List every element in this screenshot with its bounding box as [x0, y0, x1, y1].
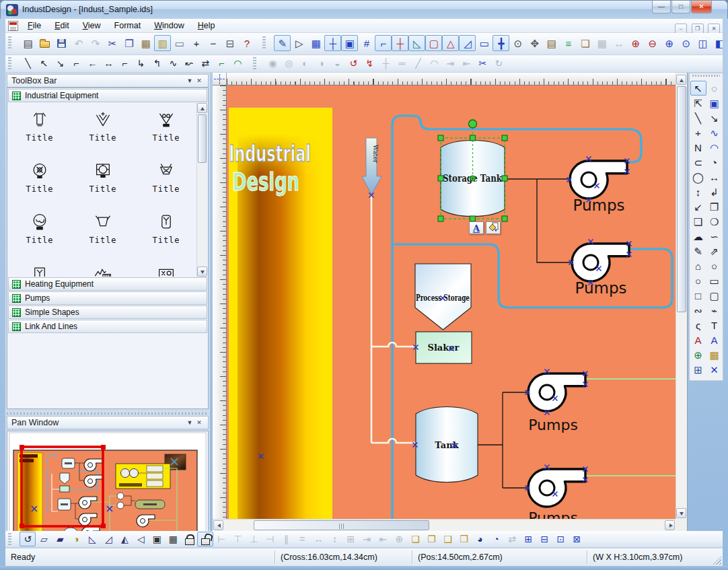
ruler-corner[interactable] [213, 73, 227, 85]
shape-conveyor[interactable] [71, 256, 135, 277]
node-curve-tool[interactable]: ⌁ [706, 303, 723, 318]
callout-rect-tool[interactable]: ❏ [690, 214, 706, 229]
split-connector-button[interactable]: ✂ [474, 56, 490, 71]
pencil-tool[interactable]: ✎ [690, 244, 706, 258]
slaker-shape[interactable]: Slaker [414, 332, 472, 363]
new-document-button[interactable]: ▤ [20, 35, 36, 51]
rectangle-tool[interactable]: ▭ [706, 273, 723, 288]
paste-button[interactable]: ▦ [137, 35, 154, 51]
rotate-free-button[interactable]: ↺ [20, 532, 36, 546]
zigzag-arrow-tool[interactable]: ⇗ [706, 244, 723, 258]
smart-connector-tool[interactable]: ⌐ [213, 56, 229, 71]
shape-control-box[interactable] [135, 256, 198, 277]
save-button[interactable] [53, 35, 70, 51]
font-format-button[interactable]: A [469, 221, 484, 234]
handles-toggle-button[interactable]: ▣ [341, 35, 358, 51]
shape-converter[interactable]: Title [8, 103, 71, 154]
shape-fragment-button[interactable]: ◒ [329, 56, 345, 71]
menu-help[interactable]: Help [192, 19, 221, 33]
angle-line-tool[interactable]: ↙ [690, 199, 706, 214]
scroll-down-icon[interactable] [197, 266, 207, 277]
lock-button[interactable] [181, 532, 197, 546]
menu-view[interactable]: View [77, 19, 107, 33]
toolbar-grip[interactable] [262, 36, 266, 50]
align-right-button[interactable]: ⊣ [262, 532, 278, 546]
freehand-tool[interactable]: ∽ [706, 229, 723, 244]
smart-curve-tool[interactable]: ◠ [229, 56, 246, 71]
cut-button[interactable]: ✂ [104, 35, 120, 51]
align-center-v-button[interactable]: = [294, 532, 310, 546]
wordart-tool[interactable]: A [706, 332, 723, 347]
expand-v-button[interactable]: ⊟ [536, 532, 552, 546]
dimension-v-tool[interactable]: ↕ [690, 184, 706, 199]
toolbox-group-header[interactable]: Simple Shapes [8, 306, 207, 319]
arc-tool[interactable]: ◠ [706, 140, 723, 155]
pan-window-header[interactable]: Pan Window ▼ ✕ [7, 416, 209, 429]
toolbox-group-industrial-equipment[interactable]: Industrial Equipment [8, 89, 207, 102]
menu-file[interactable]: File [22, 19, 47, 33]
flip-h-button[interactable]: ◭ [116, 532, 133, 546]
insert-table-tool[interactable]: ⊞ [690, 362, 706, 377]
menu-format[interactable]: Format [108, 19, 147, 33]
hyperlink-tool[interactable]: ⊕ [690, 347, 706, 362]
mdi-minimize-button[interactable]: ‒ [675, 24, 687, 34]
scroll-right-icon[interactable] [665, 520, 675, 530]
maximize-button[interactable]: □ [671, 1, 690, 13]
line-tool[interactable]: ╲ [690, 110, 706, 125]
select-tool[interactable]: ↖ [690, 81, 706, 96]
insert-image-tool[interactable]: ▦ [706, 347, 723, 362]
snap-guides-button[interactable]: ┼ [392, 35, 408, 51]
fill-format-button[interactable] [486, 221, 501, 234]
ellipse-arc-tool[interactable]: ◯ [690, 170, 706, 184]
curve-segment-button[interactable]: ◠ [426, 56, 442, 71]
zoom-decrease-button[interactable]: − [205, 35, 221, 51]
toolbar-grip[interactable] [253, 57, 256, 71]
bring-front-button[interactable]: ❏ [407, 532, 423, 546]
elbow-arrow-up-tool[interactable]: ↰ [149, 56, 165, 71]
text-tool[interactable]: T [706, 318, 723, 332]
shape-subtract-button[interactable]: ◑ [313, 56, 329, 71]
delete-tool[interactable]: ✕ [706, 362, 723, 377]
page-frame-button[interactable]: ▭ [476, 35, 493, 51]
line-connector-arrow-both-tool[interactable]: ↘ [52, 56, 68, 71]
properties-button[interactable]: ▤ [543, 35, 560, 51]
same-size-button[interactable]: ⊞ [342, 532, 359, 546]
send-back-button[interactable]: ❐ [423, 532, 439, 546]
add-node-button[interactable]: ┼ [377, 56, 394, 71]
flip-v-button[interactable]: ◁ [133, 532, 149, 546]
format-painter-button[interactable]: ❏ [577, 35, 593, 51]
curve-connector-tool[interactable]: ∿ [165, 56, 181, 71]
node-space-v-button[interactable]: ⇤ [458, 56, 474, 71]
shape-scrubber[interactable]: Title [8, 205, 71, 256]
flip-axis-button[interactable]: ◑ [68, 532, 84, 546]
arc-chord-tool[interactable]: ⊂ [690, 155, 706, 170]
redo-button[interactable]: ↷ [87, 35, 104, 51]
distribute-button[interactable]: ↔ [610, 35, 627, 51]
oval-tool[interactable]: ○ [706, 258, 723, 273]
snap-handles-button[interactable]: ◿ [459, 35, 476, 51]
shape-agitator-tank[interactable]: Title [135, 205, 198, 256]
send-backward-button[interactable]: ❒ [456, 532, 472, 546]
ruler-window-button[interactable]: ▭ [171, 35, 188, 51]
polyline-arrow-both-tool[interactable]: ↔ [100, 56, 116, 71]
space-h-button[interactable]: ⇥ [359, 532, 375, 546]
shape-list-scrollbar[interactable] [196, 103, 207, 277]
palette-grip[interactable] [692, 75, 720, 79]
clipboard-panel-button[interactable]: ▥ [154, 35, 171, 51]
copy-button[interactable]: ❐ [120, 35, 137, 51]
lasso-select-tool[interactable]: ◌ [706, 81, 723, 96]
skew-v-button[interactable]: ▰ [52, 532, 68, 546]
vertical-ruler[interactable] [213, 85, 227, 519]
dock-splitter[interactable] [7, 411, 209, 416]
curve-arrow-start-tool[interactable]: ↜ [181, 56, 197, 71]
shape-flotation-cell[interactable]: Title [135, 103, 198, 154]
horizontal-ruler[interactable] [227, 73, 676, 85]
shape-agitator-box[interactable] [8, 256, 71, 277]
circle-tool[interactable]: ○ [690, 273, 706, 288]
connector-box-tool[interactable]: ❐ [706, 199, 723, 214]
align-left-button[interactable]: ⊢ [213, 532, 229, 546]
zoom-window-button[interactable]: ⊕ [661, 35, 678, 51]
swap-order-button[interactable]: ⇄ [504, 532, 520, 546]
zoom-in-button[interactable]: ⊕ [627, 35, 644, 51]
undo-button[interactable]: ↶ [70, 35, 87, 51]
